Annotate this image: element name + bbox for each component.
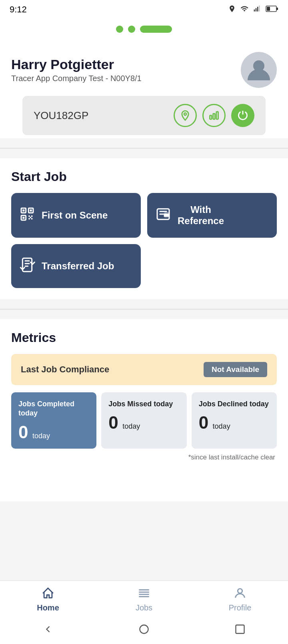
svg-rect-0 — [254, 10, 255, 12]
back-icon — [42, 624, 54, 635]
jobs-declined-sub: today — [213, 422, 230, 430]
svg-rect-5 — [276, 8, 278, 10]
svg-rect-11 — [216, 112, 218, 119]
status-time: 9:12 — [10, 4, 27, 15]
location-pin-icon — [180, 110, 191, 121]
dot-2 — [128, 26, 135, 33]
start-job-section: Start Job First on Scene — [0, 158, 288, 299]
jobs-declined-value: 0 — [199, 413, 208, 432]
svg-rect-15 — [22, 209, 24, 211]
qr-icon — [19, 206, 35, 225]
svg-rect-9 — [210, 115, 212, 119]
progress-dots — [0, 19, 288, 41]
jobs-icon — [137, 586, 151, 602]
wifi-icon — [240, 5, 249, 14]
reference-icon: 123 — [155, 206, 171, 225]
bottom-nav: Home Jobs Profile — [0, 580, 288, 644]
signal-button[interactable] — [202, 104, 226, 127]
avatar — [241, 52, 277, 88]
first-on-scene-button[interactable]: First on Scene — [11, 193, 141, 238]
svg-rect-17 — [22, 217, 24, 219]
jobs-declined-card: Jobs Declined today 0 today — [192, 392, 277, 449]
power-icon — [237, 110, 248, 121]
dot-bar-3 — [140, 26, 172, 33]
bar-chart-icon — [208, 110, 220, 121]
nav-profile[interactable]: Profile — [220, 586, 260, 612]
back-button[interactable] — [40, 621, 56, 638]
start-job-title: Start Job — [11, 169, 277, 184]
svg-rect-2 — [257, 7, 258, 12]
metrics-note: *since last install/cache clear — [11, 453, 277, 461]
transferred-job-button[interactable]: Transferred Job — [11, 244, 141, 288]
jobs-missed-card: Jobs Missed today 0 today — [101, 392, 186, 449]
location-icon — [228, 5, 236, 14]
jobs-missed-value: 0 — [108, 413, 118, 432]
svg-point-8 — [184, 113, 186, 115]
android-nav — [0, 616, 288, 644]
svg-point-27 — [140, 625, 148, 634]
location-button[interactable] — [174, 104, 197, 127]
metrics-title: Metrics — [11, 330, 277, 345]
power-button[interactable] — [231, 104, 254, 127]
metrics-section: Metrics Last Job Compliance Not Availabl… — [0, 319, 288, 469]
dot-1 — [116, 26, 123, 33]
signal-icon — [253, 5, 262, 14]
transfer-icon — [19, 257, 35, 275]
compliance-badge: Not Available — [204, 362, 267, 377]
profile-icon — [233, 586, 247, 602]
nav-jobs[interactable]: Jobs — [124, 586, 164, 612]
profile-name: Harry Potgietter — [11, 57, 142, 72]
compliance-label: Last Job Compliance — [21, 364, 109, 375]
svg-rect-6 — [267, 7, 270, 11]
divider-2 — [0, 309, 288, 310]
nav-jobs-label: Jobs — [136, 603, 152, 612]
circle-icon — [138, 624, 150, 635]
profile-section: Harry Potgietter Tracer App Company Test… — [0, 41, 288, 138]
svg-rect-10 — [213, 113, 215, 119]
battery-icon — [266, 5, 278, 14]
status-bar: 9:12 — [0, 0, 288, 19]
nav-home-label: Home — [37, 603, 59, 612]
jobs-declined-label: Jobs Declined today — [199, 400, 270, 409]
jobs-completed-value: 0 — [18, 422, 28, 442]
recents-button[interactable] — [232, 621, 248, 638]
svg-rect-28 — [236, 625, 244, 634]
bottom-nav-items: Home Jobs Profile — [0, 581, 288, 616]
nav-profile-label: Profile — [229, 603, 252, 612]
svg-rect-1 — [256, 8, 257, 11]
with-reference-button[interactable]: 123 WithReference — [147, 193, 277, 238]
jobs-completed-card: Jobs Completed today 0 today — [11, 392, 96, 449]
jobs-missed-label: Jobs Missed today — [108, 400, 179, 409]
profile-company: Tracer App Company Test - N00Y8/1 — [11, 74, 142, 83]
svg-point-26 — [238, 589, 242, 593]
profile-info: Harry Potgietter Tracer App Company Test… — [11, 57, 142, 83]
bottom-spacer — [0, 469, 288, 501]
divider-1 — [0, 148, 288, 149]
home-icon — [41, 586, 55, 602]
device-actions — [174, 104, 254, 127]
metrics-grid: Jobs Completed today 0 today Jobs Missed… — [11, 392, 277, 449]
svg-rect-16 — [30, 209, 32, 211]
job-grid: First on Scene 123 WithReference — [11, 193, 277, 288]
with-reference-label: WithReference — [178, 204, 224, 227]
jobs-completed-sub: today — [32, 432, 50, 440]
transferred-job-label: Transferred Job — [42, 260, 114, 272]
first-on-scene-label: First on Scene — [42, 210, 108, 221]
home-button[interactable] — [136, 621, 152, 638]
nav-home[interactable]: Home — [28, 586, 68, 612]
svg-text:123: 123 — [164, 214, 169, 217]
device-id: YOU182GP — [34, 109, 88, 122]
square-icon — [234, 624, 246, 635]
jobs-completed-label: Jobs Completed today — [18, 400, 89, 418]
compliance-bar: Last Job Compliance Not Available — [11, 354, 277, 385]
svg-rect-21 — [22, 258, 32, 271]
svg-rect-3 — [259, 6, 260, 12]
device-card: YOU182GP — [22, 96, 266, 135]
status-icons — [228, 5, 278, 14]
jobs-missed-sub: today — [122, 422, 140, 430]
